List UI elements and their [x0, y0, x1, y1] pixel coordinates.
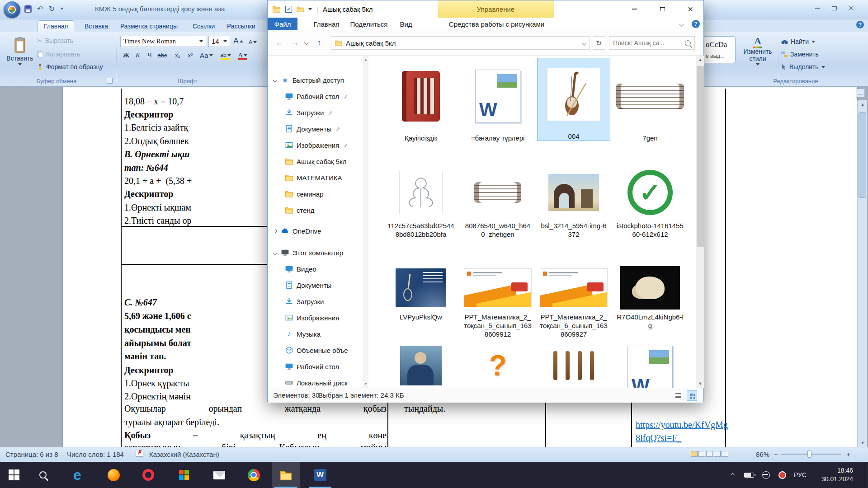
ruler-toggle-button[interactable] [856, 89, 865, 98]
explorer-minimize-button[interactable] [620, 0, 648, 18]
view-mode-buttons[interactable] [691, 450, 729, 458]
file-tile-asyk[interactable] [538, 346, 610, 388]
sidebar-item-downloads-pc[interactable]: Загрузки [268, 294, 362, 309]
sidebar-item-desktop-pc[interactable]: Рабочий стол [268, 359, 362, 374]
underline-button[interactable]: Ч [145, 50, 155, 61]
explorer-scrollbar[interactable]: ▲ ▼ [696, 56, 704, 388]
copy-button[interactable]: Копировать [37, 49, 80, 60]
change-styles-button[interactable]: A Изменить стили [739, 35, 777, 75]
file-tile-worddoc[interactable]: W [614, 346, 686, 388]
file-tile-person[interactable] [385, 346, 457, 388]
taskbar-firefox-button[interactable] [99, 462, 127, 488]
word-close-button[interactable]: × [845, 4, 857, 13]
expander[interactable] [272, 230, 278, 233]
qat-new-folder-button[interactable] [297, 5, 304, 13]
sidebar-item-quick-access[interactable]: ★ Быстрый доступ [268, 73, 362, 87]
taskbar-explorer-button[interactable] [272, 462, 300, 488]
file-tile-7gen[interactable]: 7gen [614, 60, 686, 142]
expander[interactable] [272, 251, 278, 254]
font-family-combobox[interactable]: Times New Roman [120, 36, 206, 47]
scroll-up-button[interactable]: ▲ [696, 56, 704, 64]
zoom-level[interactable]: 86% [756, 450, 769, 458]
thumbnail-view-button[interactable] [687, 390, 697, 401]
save-button[interactable] [24, 5, 32, 13]
explorer-close-button[interactable]: × [676, 0, 704, 18]
file-tile-checkmark[interactable]: ✓ istockphoto-1416145560-612x612 [614, 165, 686, 239]
sidebar-item-desktop[interactable]: Рабочий стол [268, 89, 362, 103]
tab-home[interactable]: Главная [38, 20, 74, 32]
tab-mailings[interactable]: Рассылки [221, 20, 261, 32]
up-button[interactable]: ↑ [313, 36, 326, 49]
sidebar-item-music[interactable]: ♪ Музыка [268, 327, 362, 341]
scrollbar-thumb[interactable] [859, 112, 866, 198]
language-indicator[interactable]: РУС [790, 462, 810, 488]
qat-customize-button[interactable] [60, 8, 64, 10]
qat-properties-button[interactable]: ✓ [285, 6, 292, 13]
sidebar-item-pictures[interactable]: Изображения [268, 138, 362, 152]
help-button[interactable]: ? [690, 18, 702, 30]
zoom-slider-thumb[interactable] [807, 450, 811, 458]
undo-button[interactable]: ↶ [37, 5, 43, 13]
sidebar-item-seminar[interactable]: семинар [268, 187, 362, 201]
file-tile-zhetigen[interactable]: 80876540_w640_h640_zhetigen [462, 165, 534, 239]
superscript-button[interactable]: x² [185, 50, 195, 61]
subscript-button[interactable]: x₂ [173, 50, 183, 61]
file-tile-question[interactable]: ? [462, 346, 534, 388]
file-tile-004-selected[interactable]: 004 [538, 58, 610, 141]
tray-battery[interactable] [741, 462, 757, 488]
clipboard-dialog-launcher[interactable] [107, 78, 113, 84]
select-button[interactable]: Выделить [781, 61, 825, 72]
scroll-down-button[interactable]: ▼ [696, 380, 704, 388]
expander[interactable] [272, 79, 278, 82]
search-box[interactable]: Поиск: Ашық са... [609, 36, 695, 50]
taskbar-edge-button[interactable]: e [63, 462, 91, 488]
word-help-button[interactable]: ? [856, 21, 864, 28]
taskbar-chrome-button[interactable] [240, 462, 268, 488]
font-color-button[interactable]: А [237, 50, 249, 61]
word-maximize-button[interactable] [828, 4, 840, 13]
file-tile-monument[interactable]: bsl_3214_5954-img-6372 [538, 165, 610, 239]
tab-page-layout[interactable]: Разметка страницы [114, 20, 184, 32]
page-indicator[interactable]: Страница: 6 из 8 [5, 450, 58, 458]
language-indicator[interactable]: Казахский (Казахстан) [149, 450, 219, 458]
scroll-up-button[interactable]: ▲ [363, 56, 368, 63]
taskbar-mail-button[interactable] [205, 462, 233, 488]
show-desktop-button[interactable] [865, 462, 868, 488]
menu-view[interactable]: Вид [395, 18, 417, 30]
strikethrough-button[interactable]: abc [157, 50, 167, 61]
word-count[interactable]: Число слов: 1 184 [67, 450, 124, 458]
taskbar-search-button[interactable] [29, 462, 57, 488]
menu-picture-tools[interactable]: Средства работы с рисунками [439, 18, 554, 30]
scroll-down-button[interactable]: ▼ [363, 380, 368, 387]
scroll-down-button[interactable]: ▼ [858, 439, 868, 447]
file-tile-ppt-5[interactable]: PPT_Математика_2_тоқсан_5_сынып_16386099… [462, 264, 534, 338]
file-tile-tooth[interactable]: R7O40LmzL4kiNgb6-lg [614, 264, 686, 330]
taskbar-msapps-button[interactable] [170, 462, 198, 488]
tray-app[interactable] [775, 462, 789, 488]
sidebar-item-stend[interactable]: стенд [268, 203, 362, 217]
taskbar-clock[interactable]: 18:46 30.01.2024 [814, 462, 861, 488]
sidebar-item-pictures-pc[interactable]: Изображения [268, 310, 362, 325]
change-case-button[interactable]: Аа [200, 50, 213, 61]
sidebar-item-downloads[interactable]: Загрузки [268, 105, 362, 120]
bold-button[interactable]: Ж [121, 50, 131, 61]
sidebar-item-onedrive[interactable]: OneDrive [268, 224, 362, 238]
sidebar-item-videos[interactable]: Видео [268, 262, 362, 276]
replace-button[interactable]: Заменить [781, 49, 819, 60]
text-highlight-button[interactable]: ab [220, 50, 231, 61]
taskbar-word-button[interactable]: W [306, 462, 334, 488]
paste-button[interactable]: Вставить [5, 34, 34, 76]
word-minimize-button[interactable] [811, 4, 823, 13]
scroll-up-button[interactable]: ▲ [858, 100, 868, 108]
file-tile-bagalau[interactable]: W =бағалау түрлері [462, 60, 534, 142]
list-view-button[interactable] [673, 390, 684, 401]
sidebar-item-ashyk-sabak[interactable]: Ашық сабақ 5кл [268, 154, 362, 169]
start-button[interactable] [0, 462, 28, 488]
tab-references[interactable]: Ссылки [187, 20, 221, 32]
tray-expand-button[interactable] [725, 462, 740, 488]
taskbar-opera-button[interactable] [134, 462, 162, 488]
address-bar[interactable]: Ашық сабақ 5кл [331, 36, 590, 50]
word-scrollbar[interactable]: ▲ ▼ [857, 100, 867, 447]
zoom-out-button[interactable]: − [774, 450, 778, 458]
menu-file[interactable]: Файл [268, 18, 297, 30]
